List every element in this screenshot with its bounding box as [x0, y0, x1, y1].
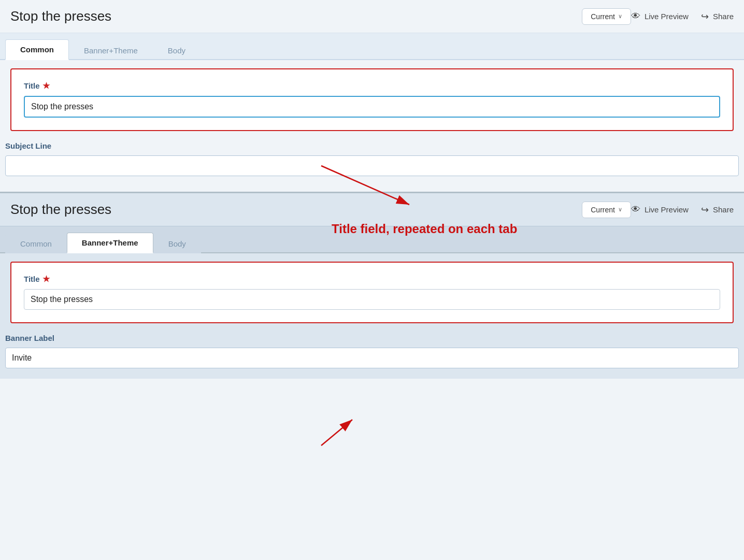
- subject-label-1: Subject Line: [5, 141, 739, 150]
- tab-body-2[interactable]: Body: [153, 234, 201, 253]
- page-wrapper: Title field, repeated on each tab Stop t…: [0, 0, 744, 560]
- version-dropdown-1[interactable]: Current ∨: [582, 8, 631, 25]
- title-input-2[interactable]: [24, 289, 720, 310]
- share-label-2: Share: [713, 205, 734, 214]
- chevron-down-icon-1: ∨: [618, 13, 622, 20]
- title-label-2: Title ★: [24, 274, 720, 284]
- required-indicator-1: ★: [42, 81, 50, 91]
- live-preview-button-2[interactable]: 👁 Live Preview: [631, 204, 689, 215]
- tab-body-1[interactable]: Body: [153, 40, 201, 60]
- tabs-bar-1: Common Banner+Theme Body: [0, 33, 744, 60]
- header-bar-1: Stop the presses Current ∨ 👁 Live Previe…: [0, 0, 744, 33]
- chevron-down-icon-2: ∨: [618, 206, 622, 213]
- section-2: Stop the presses Current ∨ 👁 Live Previe…: [0, 192, 744, 379]
- dropdown-label-1: Current: [591, 12, 615, 21]
- live-preview-label-1: Live Preview: [645, 12, 689, 21]
- version-dropdown-2[interactable]: Current ∨: [582, 202, 631, 218]
- tab-common-1[interactable]: Common: [5, 39, 69, 60]
- header-bar-2: Stop the presses Current ∨ 👁 Live Previe…: [0, 193, 744, 226]
- live-preview-button-1[interactable]: 👁 Live Preview: [631, 11, 689, 22]
- share-icon-2: ↪: [701, 204, 709, 216]
- share-icon-1: ↪: [701, 11, 709, 22]
- tabs-bar-2: Common Banner+Theme Body: [0, 226, 744, 253]
- dropdown-label-2: Current: [591, 206, 615, 214]
- section-1: Stop the presses Current ∨ 👁 Live Previe…: [0, 0, 744, 186]
- tab-banner-theme-2[interactable]: Banner+Theme: [67, 233, 153, 253]
- title-input-1[interactable]: [24, 96, 720, 118]
- required-indicator-2: ★: [42, 274, 50, 284]
- eye-icon-2: 👁: [631, 204, 640, 215]
- content-wrapper-2: Title ★ Banner Label: [0, 253, 744, 368]
- subject-section-1: Subject Line: [5, 141, 739, 176]
- banner-input-2[interactable]: [5, 348, 739, 368]
- title-section-2: Title ★: [10, 262, 734, 323]
- title-label-1: Title ★: [24, 81, 720, 91]
- subject-input-1[interactable]: [5, 155, 739, 176]
- live-preview-label-2: Live Preview: [645, 205, 689, 214]
- tab-common-2[interactable]: Common: [5, 234, 67, 253]
- page-title-1: Stop the presses: [10, 8, 571, 24]
- share-button-2[interactable]: ↪ Share: [701, 204, 734, 216]
- banner-label-2: Banner Label: [5, 334, 739, 342]
- banner-section-2: Banner Label: [5, 334, 739, 368]
- share-label-1: Share: [713, 12, 734, 21]
- header-actions-2: 👁 Live Preview ↪ Share: [631, 204, 734, 216]
- svg-line-2: [321, 420, 352, 446]
- share-button-1[interactable]: ↪ Share: [701, 11, 734, 22]
- eye-icon-1: 👁: [631, 11, 640, 22]
- content-wrapper-1: Title ★ Subject Line: [0, 60, 744, 176]
- page-title-2: Stop the presses: [10, 202, 571, 218]
- title-section-1: Title ★: [10, 68, 734, 131]
- header-actions-1: 👁 Live Preview ↪ Share: [631, 11, 734, 22]
- tab-banner-theme-1[interactable]: Banner+Theme: [69, 40, 153, 60]
